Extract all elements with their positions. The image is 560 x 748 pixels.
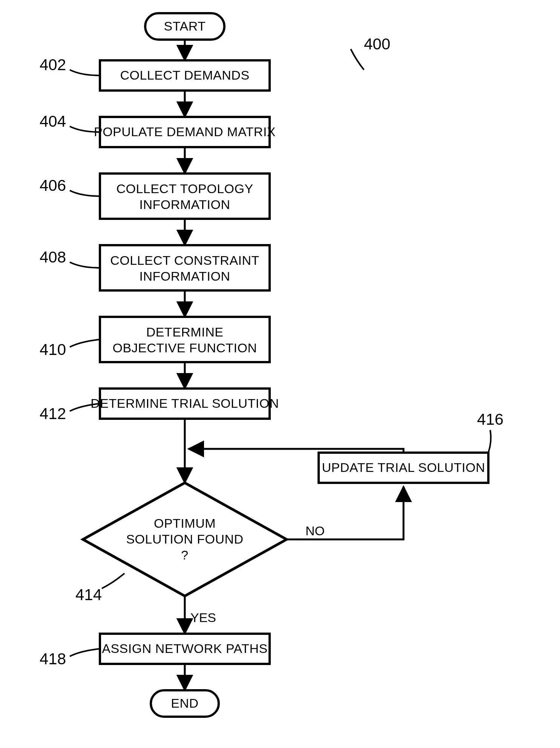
end-label: END <box>171 696 198 710</box>
flowchart: 400 START COLLECT DEMANDS 402 POPULATE D… <box>0 0 560 748</box>
no-arrow <box>287 487 404 539</box>
ref-414: 414 <box>75 573 124 604</box>
step-418: ASSIGN NETWORK PATHS <box>100 634 270 664</box>
figure-ref-label: 400 <box>364 35 390 53</box>
ref-416-label: 416 <box>477 410 503 428</box>
ref-402-label: 402 <box>40 56 66 74</box>
ref-418: 418 <box>40 649 100 668</box>
step-412: DETERMINE TRIAL SOLUTION <box>91 389 279 419</box>
ref-414-label: 414 <box>75 586 102 604</box>
step-408-text-1: COLLECT CONSTRAINT <box>110 253 259 267</box>
figure-ref: 400 <box>351 35 390 70</box>
ref-404: 404 <box>40 112 100 132</box>
step-408-text-2: INFORMATION <box>140 269 230 283</box>
step-408: COLLECT CONSTRAINT INFORMATION <box>100 245 270 290</box>
decision-414: OPTIMUM SOLUTION FOUND ? <box>83 483 287 596</box>
step-418-text: ASSIGN NETWORK PATHS <box>102 641 267 656</box>
step-410-text-2: OBJECTIVE FUNCTION <box>112 341 257 355</box>
ref-406: 406 <box>40 177 100 196</box>
step-404-text: POPULATE DEMAND MATRIX <box>94 124 276 139</box>
ref-406-label: 406 <box>40 177 66 194</box>
step-412-text: DETERMINE TRIAL SOLUTION <box>91 396 279 410</box>
step-410-text-1: DETERMINE <box>146 325 224 339</box>
no-label: NO <box>305 524 325 538</box>
decision-414-text-3: ? <box>181 548 188 562</box>
step-410: DETERMINE OBJECTIVE FUNCTION <box>100 317 270 362</box>
svg-rect-5 <box>100 317 270 362</box>
yes-label: YES <box>190 610 216 625</box>
end-terminator: END <box>151 690 219 717</box>
ref-408-label: 408 <box>40 248 66 266</box>
step-404: POPULATE DEMAND MATRIX <box>94 117 276 147</box>
ref-408: 408 <box>40 248 100 268</box>
step-416: UPDATE TRIAL SOLUTION <box>319 453 488 483</box>
ref-404-label: 404 <box>40 112 66 130</box>
svg-rect-3 <box>100 174 270 219</box>
step-406-text-1: COLLECT TOPOLOGY <box>116 181 253 196</box>
ref-416: 416 <box>477 410 503 453</box>
decision-414-text-1: OPTIMUM <box>154 516 216 530</box>
step-402-text: COLLECT DEMANDS <box>120 68 249 82</box>
start-terminator: START <box>145 13 224 40</box>
step-406: COLLECT TOPOLOGY INFORMATION <box>100 174 270 219</box>
step-416-text: UPDATE TRIAL SOLUTION <box>322 460 485 475</box>
start-label: START <box>164 19 206 33</box>
ref-418-label: 418 <box>40 650 66 668</box>
ref-410-label: 410 <box>40 341 66 358</box>
ref-412-label: 412 <box>40 405 66 422</box>
ref-410: 410 <box>40 339 100 358</box>
ref-402: 402 <box>40 56 100 75</box>
step-402: COLLECT DEMANDS <box>100 60 270 91</box>
svg-rect-4 <box>100 245 270 290</box>
decision-414-text-2: SOLUTION FOUND <box>126 532 243 546</box>
step-406-text-2: INFORMATION <box>140 197 230 212</box>
